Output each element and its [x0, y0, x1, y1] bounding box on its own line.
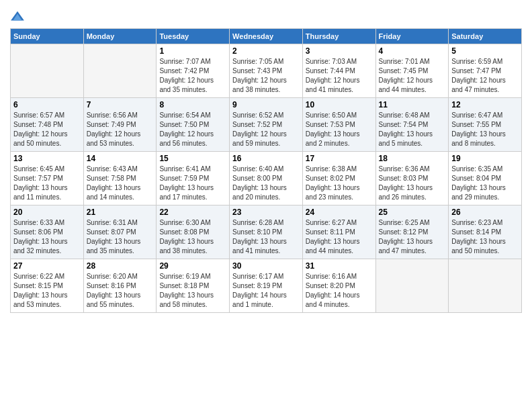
day-number: 24 [306, 208, 373, 217]
calendar-cell: 12Sunrise: 6:47 AMSunset: 7:55 PMDayligh… [449, 98, 522, 152]
calendar-week-row: 27Sunrise: 6:22 AMSunset: 8:15 PMDayligh… [11, 259, 522, 313]
day-number: 17 [306, 154, 373, 163]
calendar-cell: 15Sunrise: 6:41 AMSunset: 7:59 PMDayligh… [157, 152, 230, 205]
day-number: 4 [379, 46, 446, 56]
day-info: Sunrise: 6:19 AMSunset: 8:18 PMDaylight:… [159, 272, 226, 310]
calendar-cell: 6Sunrise: 6:57 AMSunset: 7:48 PMDaylight… [11, 98, 84, 152]
day-number: 23 [232, 208, 300, 217]
calendar-cell: 21Sunrise: 6:31 AMSunset: 8:07 PMDayligh… [83, 205, 157, 259]
day-number: 22 [159, 208, 226, 217]
day-info: Sunrise: 7:01 AMSunset: 7:45 PMDaylight:… [379, 57, 446, 95]
day-info: Sunrise: 6:20 AMSunset: 8:16 PMDaylight:… [87, 272, 154, 310]
day-info: Sunrise: 6:28 AMSunset: 8:10 PMDaylight:… [232, 218, 300, 256]
day-number: 15 [159, 154, 226, 163]
day-of-week-header: Monday [83, 29, 157, 44]
calendar-table: SundayMondayTuesdayWednesdayThursdayFrid… [10, 28, 522, 313]
day-number: 25 [379, 208, 446, 217]
day-info: Sunrise: 6:56 AMSunset: 7:49 PMDaylight:… [87, 111, 154, 148]
day-of-week-header: Friday [375, 29, 449, 44]
calendar-cell: 14Sunrise: 6:43 AMSunset: 7:58 PMDayligh… [83, 152, 157, 205]
day-number: 16 [232, 154, 300, 163]
day-number: 9 [232, 100, 300, 109]
day-info: Sunrise: 6:45 AMSunset: 7:57 PMDaylight:… [13, 165, 81, 202]
day-number: 27 [13, 261, 81, 271]
calendar-cell: 26Sunrise: 6:23 AMSunset: 8:14 PMDayligh… [449, 205, 522, 259]
calendar-cell: 4Sunrise: 7:01 AMSunset: 7:45 PMDaylight… [375, 44, 449, 98]
day-info: Sunrise: 7:05 AMSunset: 7:43 PMDaylight:… [232, 57, 300, 95]
day-info: Sunrise: 6:47 AMSunset: 7:55 PMDaylight:… [451, 111, 519, 148]
day-of-week-header: Wednesday [230, 29, 303, 44]
day-info: Sunrise: 6:50 AMSunset: 7:53 PMDaylight:… [306, 111, 373, 148]
day-number: 8 [159, 100, 226, 109]
calendar-cell [449, 259, 522, 313]
day-of-week-header: Thursday [302, 29, 375, 44]
day-info: Sunrise: 6:23 AMSunset: 8:14 PMDaylight:… [451, 218, 519, 256]
day-info: Sunrise: 6:30 AMSunset: 8:08 PMDaylight:… [159, 218, 226, 256]
day-info: Sunrise: 6:54 AMSunset: 7:50 PMDaylight:… [159, 111, 226, 148]
day-number: 21 [87, 208, 154, 217]
calendar-week-row: 6Sunrise: 6:57 AMSunset: 7:48 PMDaylight… [11, 98, 522, 152]
calendar-week-row: 1Sunrise: 7:07 AMSunset: 7:42 PMDaylight… [11, 44, 522, 98]
day-number: 26 [451, 208, 519, 217]
day-info: Sunrise: 6:57 AMSunset: 7:48 PMDaylight:… [13, 111, 81, 148]
day-info: Sunrise: 6:35 AMSunset: 8:04 PMDaylight:… [451, 165, 519, 202]
calendar-cell: 20Sunrise: 6:33 AMSunset: 8:06 PMDayligh… [11, 205, 84, 259]
day-number: 12 [451, 100, 519, 109]
day-info: Sunrise: 6:36 AMSunset: 8:03 PMDaylight:… [379, 165, 446, 202]
calendar-cell: 9Sunrise: 6:52 AMSunset: 7:52 PMDaylight… [230, 98, 303, 152]
day-number: 29 [159, 261, 226, 271]
day-number: 1 [159, 46, 226, 56]
calendar-header-row: SundayMondayTuesdayWednesdayThursdayFrid… [11, 29, 522, 44]
day-number: 3 [306, 46, 373, 56]
day-number: 20 [13, 208, 81, 217]
logo-icon [10, 9, 25, 24]
day-info: Sunrise: 6:43 AMSunset: 7:58 PMDaylight:… [87, 165, 154, 202]
day-number: 11 [379, 100, 446, 109]
logo [10, 9, 28, 24]
calendar-cell: 10Sunrise: 6:50 AMSunset: 7:53 PMDayligh… [302, 98, 375, 152]
header [10, 7, 522, 24]
day-info: Sunrise: 6:40 AMSunset: 8:00 PMDaylight:… [232, 165, 300, 202]
calendar-cell: 22Sunrise: 6:30 AMSunset: 8:08 PMDayligh… [157, 205, 230, 259]
day-info: Sunrise: 6:25 AMSunset: 8:12 PMDaylight:… [379, 218, 446, 256]
calendar-cell: 29Sunrise: 6:19 AMSunset: 8:18 PMDayligh… [157, 259, 230, 313]
calendar-cell: 7Sunrise: 6:56 AMSunset: 7:49 PMDaylight… [83, 98, 157, 152]
day-number: 13 [13, 154, 81, 163]
day-info: Sunrise: 6:33 AMSunset: 8:06 PMDaylight:… [13, 218, 81, 256]
calendar-cell: 1Sunrise: 7:07 AMSunset: 7:42 PMDaylight… [157, 44, 230, 98]
day-info: Sunrise: 6:59 AMSunset: 7:47 PMDaylight:… [451, 57, 519, 95]
day-number: 6 [13, 100, 81, 109]
calendar-cell [11, 44, 84, 98]
calendar-cell: 8Sunrise: 6:54 AMSunset: 7:50 PMDaylight… [157, 98, 230, 152]
day-number: 30 [232, 261, 300, 271]
day-number: 28 [87, 261, 154, 271]
day-info: Sunrise: 7:07 AMSunset: 7:42 PMDaylight:… [159, 57, 226, 95]
calendar-cell: 31Sunrise: 6:16 AMSunset: 8:20 PMDayligh… [302, 259, 375, 313]
day-number: 10 [306, 100, 373, 109]
calendar-cell [375, 259, 449, 313]
calendar-cell: 5Sunrise: 6:59 AMSunset: 7:47 PMDaylight… [449, 44, 522, 98]
day-info: Sunrise: 7:03 AMSunset: 7:44 PMDaylight:… [306, 57, 373, 95]
day-number: 14 [87, 154, 154, 163]
calendar-cell: 27Sunrise: 6:22 AMSunset: 8:15 PMDayligh… [11, 259, 84, 313]
day-of-week-header: Saturday [449, 29, 522, 44]
calendar-cell [83, 44, 157, 98]
calendar-cell: 17Sunrise: 6:38 AMSunset: 8:02 PMDayligh… [302, 152, 375, 205]
calendar-cell: 25Sunrise: 6:25 AMSunset: 8:12 PMDayligh… [375, 205, 449, 259]
calendar-cell: 13Sunrise: 6:45 AMSunset: 7:57 PMDayligh… [11, 152, 84, 205]
calendar-week-row: 13Sunrise: 6:45 AMSunset: 7:57 PMDayligh… [11, 152, 522, 205]
day-number: 31 [306, 261, 373, 271]
calendar-cell: 23Sunrise: 6:28 AMSunset: 8:10 PMDayligh… [230, 205, 303, 259]
page: SundayMondayTuesdayWednesdayThursdayFrid… [0, 0, 532, 411]
day-number: 18 [379, 154, 446, 163]
calendar-cell: 11Sunrise: 6:48 AMSunset: 7:54 PMDayligh… [375, 98, 449, 152]
day-info: Sunrise: 6:38 AMSunset: 8:02 PMDaylight:… [306, 165, 373, 202]
day-number: 19 [451, 154, 519, 163]
calendar-cell: 30Sunrise: 6:17 AMSunset: 8:19 PMDayligh… [230, 259, 303, 313]
day-info: Sunrise: 6:52 AMSunset: 7:52 PMDaylight:… [232, 111, 300, 148]
day-of-week-header: Tuesday [157, 29, 230, 44]
day-info: Sunrise: 6:27 AMSunset: 8:11 PMDaylight:… [306, 218, 373, 256]
day-number: 2 [232, 46, 300, 56]
calendar-cell: 28Sunrise: 6:20 AMSunset: 8:16 PMDayligh… [83, 259, 157, 313]
calendar-week-row: 20Sunrise: 6:33 AMSunset: 8:06 PMDayligh… [11, 205, 522, 259]
